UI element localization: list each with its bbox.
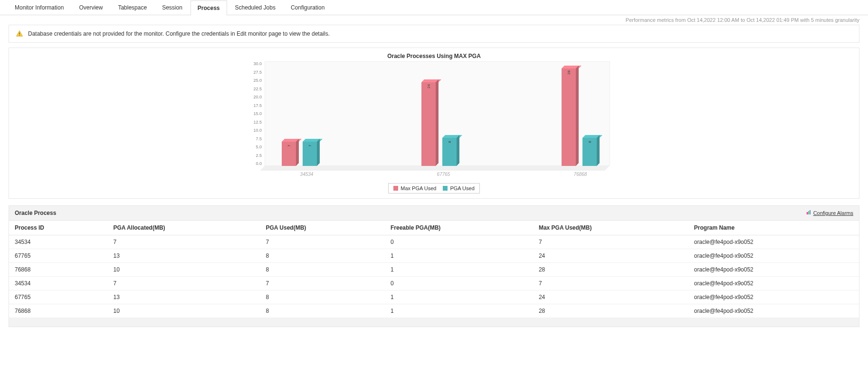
chart-bar[interactable]: 7	[282, 142, 296, 166]
metrics-time-range: Performance metrics from Oct 14,2022 12:…	[0, 15, 868, 25]
column-header[interactable]: Max PGA Used(MB)	[533, 221, 688, 235]
tab-overview[interactable]: Overview	[72, 0, 110, 15]
alarm-settings-icon	[806, 210, 811, 216]
svg-rect-1	[19, 35, 19, 36]
svg-rect-0	[19, 32, 19, 34]
warning-icon	[16, 30, 23, 38]
column-header[interactable]: Freeable PGA(MB)	[385, 221, 533, 235]
chart-x-axis: 345346776576868	[273, 172, 615, 180]
chart-bar[interactable]: 8	[442, 138, 457, 166]
column-header[interactable]: PGA Allocated(MB)	[107, 221, 260, 235]
legend-item: PGA Used	[443, 185, 474, 191]
table-row[interactable]: 345347707oracle@fe4pod-x9o052	[9, 277, 859, 291]
chart-y-axis: 30.027.525.022.520.017.515.012.510.07.55…	[254, 61, 265, 166]
chart-bar[interactable]: 28	[562, 68, 576, 166]
chart-bar[interactable]: 8	[582, 138, 597, 166]
tab-process[interactable]: Process	[191, 0, 227, 15]
svg-rect-2	[807, 212, 808, 214]
warning-text: Database credentials are not provided fo…	[28, 30, 330, 37]
tab-configuration[interactable]: Configuration	[284, 0, 332, 15]
tab-bar: Monitor InformationOverviewTablespaceSes…	[0, 0, 868, 15]
chart-legend: Max PGA UsedPGA Used	[254, 183, 615, 194]
table-row[interactable]: 76868108128oracle@fe4pod-x9o052	[9, 304, 859, 318]
column-header[interactable]: PGA Used(MB)	[260, 221, 385, 235]
column-header[interactable]: Program Name	[688, 221, 859, 235]
tab-tablespace[interactable]: Tablespace	[111, 0, 154, 15]
bar-chart: 30.027.525.022.520.017.515.012.510.07.55…	[254, 61, 615, 194]
table-row[interactable]: 67765138124oracle@fe4pod-x9o052	[9, 249, 859, 263]
table-footer	[9, 318, 859, 327]
legend-item: Max PGA Used	[393, 185, 436, 191]
bar-group: 248	[421, 82, 457, 166]
process-table-panel: Oracle Process Configure Alarms Process …	[9, 205, 859, 327]
configure-alarms-link[interactable]: Configure Alarms	[806, 210, 853, 216]
tab-monitor-information[interactable]: Monitor Information	[8, 0, 71, 15]
table-row[interactable]: 67765138124oracle@fe4pod-x9o052	[9, 291, 859, 304]
table-row[interactable]: 345347707oracle@fe4pod-x9o052	[9, 235, 859, 249]
table-row[interactable]: 76868108128oracle@fe4pod-x9o052	[9, 263, 859, 277]
bar-group: 288	[562, 68, 597, 166]
column-header[interactable]: Process ID	[9, 221, 107, 235]
table-title: Oracle Process	[15, 210, 56, 216]
svg-rect-4	[810, 210, 811, 214]
tab-session[interactable]: Session	[155, 0, 190, 15]
configure-alarms-label: Configure Alarms	[813, 210, 853, 216]
chart-bar[interactable]: 24	[421, 82, 436, 166]
chart-panel: Oracle Processes Using MAX PGA 30.027.52…	[9, 48, 859, 199]
svg-rect-3	[808, 211, 809, 214]
chart-bar[interactable]: 7	[303, 142, 317, 166]
tab-scheduled-jobs[interactable]: Scheduled Jobs	[228, 0, 283, 15]
chart-title: Oracle Processes Using MAX PGA	[14, 53, 854, 59]
warning-banner: Database credentials are not provided fo…	[9, 25, 859, 43]
process-table: Process IDPGA Allocated(MB)PGA Used(MB)F…	[9, 221, 859, 318]
bar-group: 77	[282, 142, 317, 166]
chart-plot-area: 77248288	[265, 61, 614, 171]
